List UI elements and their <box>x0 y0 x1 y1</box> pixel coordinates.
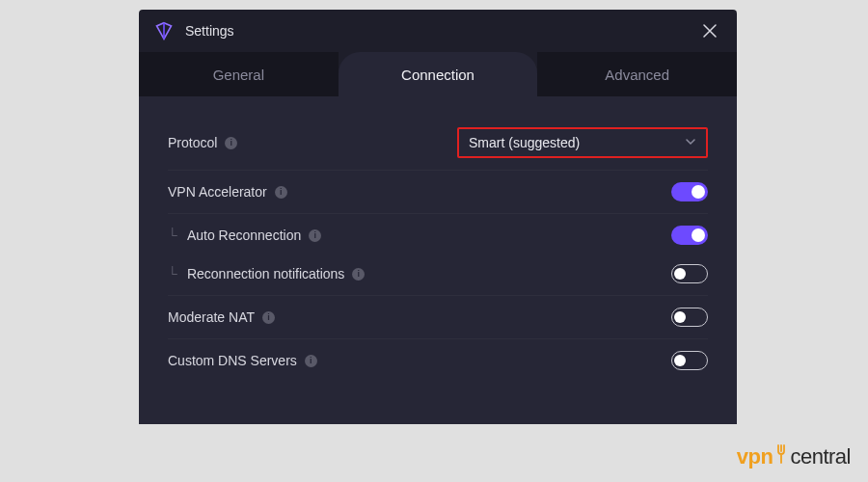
auto-reconnect-label: Auto Reconnection <box>187 228 301 243</box>
row-protocol: Protocol i Smart (suggested) <box>168 116 708 171</box>
toggle-knob <box>674 355 686 366</box>
toggle-knob <box>674 268 686 280</box>
tab-general-label: General <box>213 67 264 83</box>
tab-bar: General Connection Advanced <box>139 52 737 96</box>
close-button[interactable] <box>698 19 721 42</box>
reconnect-notif-toggle[interactable] <box>671 264 708 283</box>
tab-advanced-label: Advanced <box>605 67 669 83</box>
tree-branch-icon: └ <box>168 228 177 243</box>
accelerator-toggle[interactable] <box>671 182 708 201</box>
watermark-part1: vpn <box>737 444 773 469</box>
settings-content: Protocol i Smart (suggested) VPN Acceler… <box>139 96 737 424</box>
row-moderate-nat: Moderate NAT i <box>168 296 708 339</box>
tab-connection[interactable]: Connection <box>339 52 538 96</box>
protocol-label: Protocol <box>168 135 217 150</box>
protocol-value: Smart (suggested) <box>469 135 580 150</box>
custom-dns-toggle[interactable] <box>671 351 708 370</box>
info-icon[interactable]: i <box>275 186 287 199</box>
moderate-nat-toggle[interactable] <box>671 308 708 327</box>
tab-connection-label: Connection <box>401 67 475 83</box>
row-auto-reconnection: └ Auto Reconnection i <box>168 214 708 253</box>
tree-branch-icon: └ <box>168 266 177 281</box>
watermark-part2: central <box>790 444 851 469</box>
moderate-nat-label-wrap: Moderate NAT i <box>168 309 275 325</box>
row-custom-dns: Custom DNS Servers i <box>168 339 708 382</box>
reconnect-notif-label-wrap: └ Reconnection notifications i <box>168 266 365 281</box>
reconnect-notif-label: Reconnection notifications <box>187 266 344 281</box>
moderate-nat-label: Moderate NAT <box>168 309 255 325</box>
toggle-knob <box>692 228 705 242</box>
info-icon[interactable]: i <box>309 229 321 242</box>
tab-advanced[interactable]: Advanced <box>537 52 737 96</box>
row-vpn-accelerator: VPN Accelerator i <box>168 171 708 214</box>
chevron-down-icon <box>685 135 696 150</box>
window-title: Settings <box>185 23 234 39</box>
settings-window: Settings General Connection Advanced Pro… <box>139 10 737 424</box>
toggle-knob <box>692 185 705 199</box>
watermark-logo: vpn central <box>737 443 851 470</box>
title-bar: Settings <box>139 10 737 52</box>
accelerator-label: VPN Accelerator <box>168 184 267 200</box>
close-icon <box>703 24 717 38</box>
app-logo-icon <box>154 21 174 40</box>
auto-reconnect-toggle[interactable] <box>671 226 708 245</box>
custom-dns-label: Custom DNS Servers <box>168 353 297 368</box>
info-icon[interactable]: i <box>305 355 317 367</box>
row-reconnect-notifications: └ Reconnection notifications i <box>168 253 708 296</box>
info-icon[interactable]: i <box>352 268 365 281</box>
custom-dns-label-wrap: Custom DNS Servers i <box>168 353 317 368</box>
fork-icon <box>774 443 788 470</box>
tab-general[interactable]: General <box>139 52 339 96</box>
toggle-knob <box>674 311 686 323</box>
protocol-label-wrap: Protocol i <box>168 135 237 150</box>
auto-reconnect-label-wrap: └ Auto Reconnection i <box>168 228 321 243</box>
info-icon[interactable]: i <box>225 137 237 149</box>
accelerator-label-wrap: VPN Accelerator i <box>168 184 287 200</box>
protocol-dropdown[interactable]: Smart (suggested) <box>457 127 708 158</box>
info-icon[interactable]: i <box>262 311 275 324</box>
